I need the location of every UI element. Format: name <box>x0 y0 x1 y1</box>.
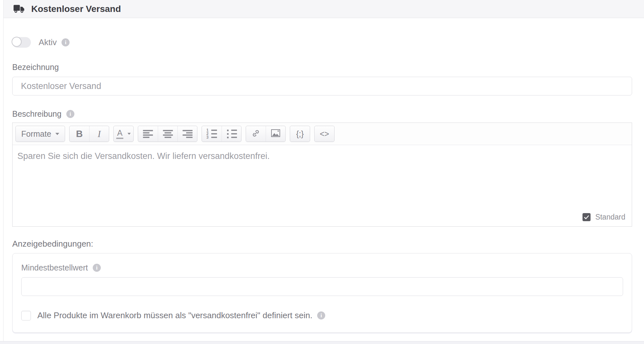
align-left-icon <box>143 130 153 138</box>
text-color-icon: A <box>116 129 124 139</box>
min-order-value-input[interactable] <box>21 277 623 296</box>
link-icon <box>251 129 260 139</box>
source-group: <> <box>314 126 335 142</box>
snippet-group: {;} <box>290 126 310 142</box>
alignment-group <box>138 126 197 142</box>
italic-icon: I <box>98 129 101 139</box>
description-label-text: Beschreibung <box>12 109 62 119</box>
standard-checkbox-label: Standard <box>595 213 625 221</box>
bullet-list-button[interactable] <box>222 126 241 142</box>
italic-button[interactable]: I <box>89 126 109 142</box>
ordered-list-button[interactable] <box>202 126 222 142</box>
page-title: Kostenloser Versand <box>31 4 121 14</box>
bold-icon: B <box>76 129 83 139</box>
description-field-label: Beschreibung <box>12 109 632 119</box>
bold-italic-group: B I <box>69 126 109 142</box>
rich-text-editor: Formate B I A <box>12 123 632 227</box>
align-center-icon <box>163 130 173 138</box>
code-snippet-button[interactable]: {;} <box>290 126 310 142</box>
list-group <box>202 126 242 142</box>
source-code-button[interactable]: <> <box>315 126 334 142</box>
forecolor-group: A <box>113 126 134 142</box>
formats-dropdown-button[interactable]: Formate <box>16 126 65 142</box>
free-shipping-settings-panel: Kostenloser Versand Aktiv Bezeichnung Be… <box>0 0 644 344</box>
caret-down-icon <box>128 133 131 135</box>
insert-image-button[interactable] <box>266 126 285 142</box>
active-toggle[interactable] <box>12 37 31 48</box>
check-icon <box>584 215 589 219</box>
active-toggle-label: Aktiv <box>39 37 57 47</box>
all-products-free-info-icon[interactable] <box>317 311 325 319</box>
conditions-heading: Anzeigebedingungen: <box>12 239 632 249</box>
text-color-button[interactable]: A <box>114 126 133 142</box>
name-input[interactable] <box>12 77 632 95</box>
bold-button[interactable]: B <box>70 126 89 142</box>
active-toggle-row: Aktiv <box>12 37 632 48</box>
standard-translation-box: Standard <box>582 213 625 221</box>
all-products-free-row: Alle Produkte im Warenkorb müssen als "v… <box>21 310 623 320</box>
caret-down-icon <box>55 133 59 135</box>
ordered-list-icon <box>206 129 217 139</box>
align-right-button[interactable] <box>177 126 197 142</box>
min-order-value-label-text: Mindestbestellwert <box>21 263 88 272</box>
active-info-icon[interactable] <box>62 38 70 46</box>
image-icon <box>271 129 280 138</box>
insert-link-button[interactable] <box>246 126 266 142</box>
panel-header: Kostenloser Versand <box>4 0 644 18</box>
form-content: Aktiv Bezeichnung Beschreibung Formate <box>12 18 632 333</box>
align-center-button[interactable] <box>158 126 177 142</box>
align-left-button[interactable] <box>138 126 158 142</box>
min-order-value-info-icon[interactable] <box>93 264 101 272</box>
code-snippet-icon: {;} <box>296 129 304 139</box>
all-products-free-label: Alle Produkte im Warenkorb müssen als "v… <box>37 310 312 320</box>
source-code-icon: <> <box>320 129 329 139</box>
conditions-fieldset: Mindestbestellwert Alle Produkte im Ware… <box>12 253 632 333</box>
all-products-free-checkbox[interactable] <box>21 311 31 320</box>
align-right-icon <box>183 130 193 138</box>
footer-strip <box>0 341 644 344</box>
formats-dropdown-label: Formate <box>21 129 51 139</box>
min-order-value-label: Mindestbestellwert <box>21 263 623 272</box>
description-info-icon[interactable] <box>66 110 74 118</box>
standard-checkbox[interactable] <box>582 213 591 221</box>
bullet-list-icon <box>226 129 237 139</box>
editor-toolbar: Formate B I A <box>13 123 632 145</box>
description-editor-body[interactable]: Sparen Sie sich die Versandkosten. Wir l… <box>13 145 632 167</box>
description-text: Sparen Sie sich die Versandkosten. Wir l… <box>17 151 270 161</box>
truck-icon <box>14 5 24 13</box>
formats-group: Formate <box>15 126 65 142</box>
name-field-label: Bezeichnung <box>12 63 632 72</box>
media-group <box>246 126 286 142</box>
toggle-knob <box>12 37 22 47</box>
panel-left-border <box>3 0 4 344</box>
